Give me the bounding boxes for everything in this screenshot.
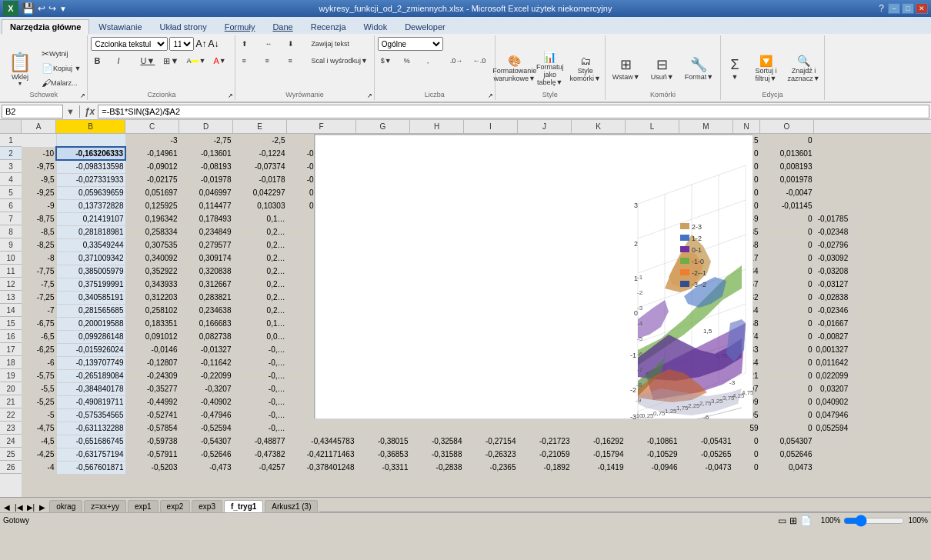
percent-btn[interactable]: % bbox=[401, 54, 422, 68]
cell-d6[interactable]: 0,114477 bbox=[179, 199, 233, 212]
cell-e6[interactable]: 0,10303 bbox=[233, 199, 287, 212]
bold-button[interactable]: B bbox=[91, 54, 112, 68]
help-btn[interactable]: ? bbox=[876, 3, 886, 14]
col-header-l[interactable]: L bbox=[626, 120, 679, 133]
name-box[interactable] bbox=[2, 105, 63, 118]
row-header-16[interactable]: 16 bbox=[0, 330, 22, 343]
cell-a5[interactable]: -9,25 bbox=[22, 186, 56, 199]
chart-container[interactable]: 3 2 1 0 -1 -2 -3 -10 -9 -8 -7 -6 bbox=[314, 134, 752, 418]
tab-formuly[interactable]: Formuły bbox=[216, 19, 264, 34]
zoom-slider[interactable] bbox=[843, 516, 905, 525]
cell-c4[interactable]: -0,02175 bbox=[125, 173, 179, 186]
row-header-6[interactable]: 6 bbox=[0, 199, 22, 212]
row-header-8[interactable]: 8 bbox=[0, 225, 22, 238]
row-header-13[interactable]: 13 bbox=[0, 291, 22, 304]
currency-btn[interactable]: $▼ bbox=[378, 54, 399, 68]
cell-d5[interactable]: 0,046997 bbox=[179, 186, 233, 199]
font-increase[interactable]: A↑ bbox=[195, 38, 206, 49]
czcionka-expand[interactable]: ↗ bbox=[228, 92, 233, 99]
col-header-g[interactable]: G bbox=[356, 120, 410, 133]
cell-e7[interactable]: 0,1… bbox=[233, 212, 287, 225]
cell-a1[interactable] bbox=[22, 134, 56, 147]
quick-access-save[interactable]: 💾 bbox=[22, 2, 35, 15]
sort-filter-btn[interactable]: 🔽 Sortuj i filtruj▼ bbox=[749, 52, 783, 85]
cell-a2[interactable]: -10 bbox=[22, 147, 56, 160]
increase-decimal-btn[interactable]: .0→ bbox=[447, 54, 469, 68]
minimize-btn[interactable]: − bbox=[888, 3, 900, 14]
underline-button[interactable]: U▼ bbox=[137, 54, 159, 68]
row-header-5[interactable]: 5 bbox=[0, 186, 22, 199]
format-btn[interactable]: 🔧 Format▼ bbox=[681, 54, 717, 83]
cell-a6[interactable]: -9 bbox=[22, 199, 56, 212]
col-header-m[interactable]: M bbox=[679, 120, 733, 133]
liczba-expand[interactable]: ↗ bbox=[488, 92, 493, 99]
row-header-7[interactable]: 7 bbox=[0, 212, 22, 225]
row-header-11[interactable]: 11 bbox=[0, 265, 22, 278]
col-header-d[interactable]: D bbox=[179, 120, 233, 133]
wyrownanie-expand[interactable]: ↗ bbox=[367, 92, 372, 99]
align-bottom-button[interactable]: ⬇ bbox=[285, 37, 306, 51]
cell-o2[interactable]: 0,013601 bbox=[760, 147, 814, 160]
cell-a4[interactable]: -9,5 bbox=[22, 173, 56, 186]
quick-access-undo[interactable]: ↩ bbox=[38, 3, 45, 14]
font-name-select[interactable]: Czcionka tekstul bbox=[91, 37, 168, 51]
cell-o4[interactable]: 0,001978 bbox=[760, 173, 814, 186]
cell-o3[interactable]: 0,008193 bbox=[760, 160, 814, 173]
tab-recenzja[interactable]: Recenzja bbox=[302, 19, 355, 34]
tab-exp2[interactable]: exp2 bbox=[160, 500, 191, 512]
quick-access-redo[interactable]: ↪ bbox=[48, 3, 56, 14]
col-header-h[interactable]: H bbox=[410, 120, 464, 133]
cell-c6[interactable]: 0,125925 bbox=[125, 199, 179, 212]
sheet-tab-nav-last[interactable]: ▶| bbox=[25, 502, 37, 512]
comma-btn[interactable]: , bbox=[424, 54, 445, 68]
sheet-tab-nav-first[interactable]: |◀ bbox=[13, 502, 25, 512]
col-header-o[interactable]: O bbox=[760, 120, 814, 133]
row-header-17[interactable]: 17 bbox=[0, 343, 22, 356]
row-header-3[interactable]: 3 bbox=[0, 160, 22, 173]
align-middle-button[interactable]: ↔ bbox=[262, 37, 283, 51]
select-all-btn[interactable] bbox=[0, 120, 22, 133]
col-header-b[interactable]: B bbox=[56, 120, 125, 133]
row-header-15[interactable]: 15 bbox=[0, 317, 22, 330]
row-header-19[interactable]: 19 bbox=[0, 369, 22, 382]
insert-btn[interactable]: ⊞ Wstaw▼ bbox=[609, 54, 644, 83]
row-header-25[interactable]: 25 bbox=[0, 448, 22, 461]
cell-e1[interactable]: -2,5 bbox=[233, 134, 287, 147]
formula-input[interactable]: =-B$1*SIN($A2)/$A2 bbox=[98, 105, 929, 118]
row-header-18[interactable]: 18 bbox=[0, 356, 22, 369]
border-button[interactable]: ⊞▼ bbox=[160, 54, 182, 68]
font-color-button[interactable]: A▼ bbox=[210, 54, 232, 68]
format-as-table-btn[interactable]: 📊 Formatuj jako tabelę▼ bbox=[534, 48, 566, 88]
maximize-btn[interactable]: □ bbox=[902, 3, 914, 14]
cell-a7[interactable]: -8,75 bbox=[22, 212, 56, 225]
tab-arkusz1[interactable]: Arkusz1 (3) bbox=[265, 500, 318, 512]
tab-wstawianie[interactable]: Wstawianie bbox=[90, 19, 150, 34]
fx-button[interactable]: ƒx bbox=[82, 106, 98, 117]
tab-exp1[interactable]: exp1 bbox=[128, 500, 159, 512]
row-header-20[interactable]: 20 bbox=[0, 382, 22, 395]
row-header-9[interactable]: 9 bbox=[0, 238, 22, 252]
delete-btn[interactable]: ⊟ Usuń▼ bbox=[647, 54, 678, 83]
row-header-14[interactable]: 14 bbox=[0, 304, 22, 317]
conditional-format-btn[interactable]: 🎨 Formatowanie warunkowe▼ bbox=[499, 52, 531, 85]
cell-c1[interactable]: -3 bbox=[125, 134, 179, 147]
view-normal-btn[interactable]: ▭ bbox=[778, 515, 786, 526]
cell-styles-btn[interactable]: 🗂 Style komórki▼ bbox=[569, 52, 602, 85]
col-header-e[interactable]: E bbox=[233, 120, 287, 133]
close-btn[interactable]: ✕ bbox=[916, 3, 928, 14]
cell-d2[interactable]: -0,13601 bbox=[179, 147, 233, 160]
cell-p7[interactable]: -0,01785 bbox=[814, 212, 850, 225]
cell-b4[interactable]: -0,027331933 bbox=[56, 173, 125, 186]
col-header-f[interactable]: F bbox=[287, 120, 356, 133]
tab-exp3[interactable]: exp3 bbox=[192, 500, 222, 512]
paste-button[interactable]: 📋 Wklej ▼ bbox=[3, 49, 37, 88]
cell-o5[interactable]: -0,0047 bbox=[760, 186, 814, 199]
cell-c5[interactable]: 0,051697 bbox=[125, 186, 179, 199]
cell-o6[interactable]: -0,01145 bbox=[760, 199, 814, 212]
row-header-4[interactable]: 4 bbox=[0, 173, 22, 186]
col-header-k[interactable]: K bbox=[572, 120, 626, 133]
cell-d3[interactable]: -0,08193 bbox=[179, 160, 233, 173]
merge-button[interactable]: Scal i wyśrodkuj▼ bbox=[308, 54, 370, 68]
sheet-tab-nav-prev[interactable]: ◀ bbox=[2, 502, 12, 512]
copy-button[interactable]: 📄Kopiuj ▼ bbox=[38, 62, 84, 75]
